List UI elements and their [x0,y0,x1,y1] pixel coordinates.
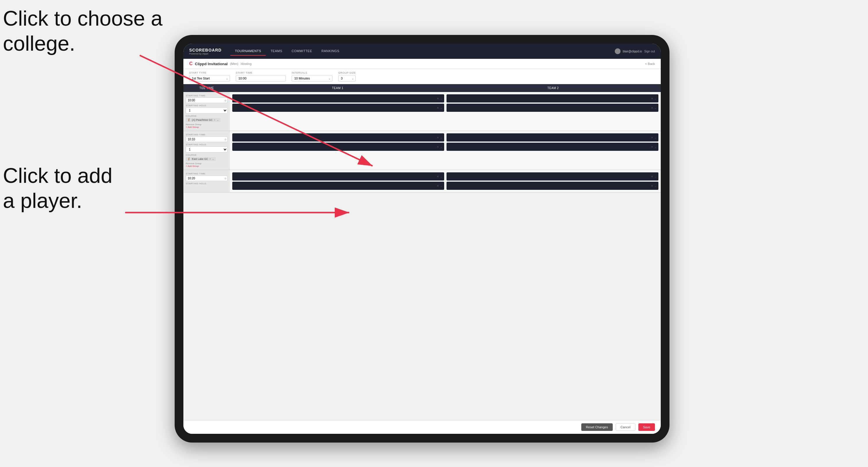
starting-time-field-3: STARTING TIME: ⊙ [186,173,228,181]
tab-teams[interactable]: TEAMS [266,47,287,56]
logo-sub: Powered by clippd [189,53,221,55]
th-team1: Team 1 [230,84,445,92]
user-email: blair@clippd.io [623,50,642,53]
main-content: STARTING TIME: ⊙ STARTING HOLE: 1 [183,92,661,420]
player-x-icon-5-1[interactable]: ✕ [437,175,439,178]
player-slot-2-1[interactable]: ✕ ⌄ [446,94,658,102]
starting-hole-label-3: STARTING HOLE: [186,182,228,185]
course-icon-1: 🏌 [187,119,191,121]
player-x-icon-4-1[interactable]: ✕ [651,136,653,139]
starting-hole-label-1: STARTING HOLE: [186,104,228,107]
starting-time-field-1: STARTING TIME: ⊙ [186,94,228,103]
annotation-top: Click to choose acollege. [3,6,162,56]
team2-players-2: ✕ ⌄ ✕ ⌄ [446,133,658,167]
course-remove-2[interactable]: × [209,157,211,160]
player-x-icon-4-2[interactable]: ✕ [651,145,653,149]
footer-bar: Reset Changes Cancel Save [183,420,661,434]
team2-players-1: ✕ ⌄ ✕ ⌄ [446,94,658,128]
back-button[interactable]: < Back [645,62,655,65]
start-type-select[interactable]: 1st Tee Start Shotgun Start [189,75,230,82]
nav-tabs: TOURNAMENTS TEAMS COMMITTEE RANKINGS [230,47,615,56]
player-down-icon-6-1[interactable]: ⌄ [654,175,657,178]
intervals-select[interactable]: 10 Minutes 8 Minutes 12 Minutes [292,75,333,82]
starting-time-input-1[interactable] [186,97,228,103]
course-tag-1[interactable]: 🏌 (A) Peachtree GC × ⌄ [186,118,221,122]
controls-row: Start Type 1st Tee Start Shotgun Start S… [183,69,661,84]
player-x-icon-5-2[interactable]: ✕ [437,184,439,187]
player-down-icon-6-2[interactable]: ⌄ [654,184,657,187]
player-slot-6-2[interactable]: ✕ ⌄ [446,182,658,190]
player-down-icon-4-2[interactable]: ⌄ [654,145,657,149]
user-avatar [615,48,621,54]
player-slot-5-2[interactable]: ✕ ⌄ [232,182,444,190]
player-slot-6-1[interactable]: ✕ ⌄ [446,173,658,181]
cancel-button[interactable]: Cancel [616,423,636,431]
course-tag-2[interactable]: 🏌 East Lake GC × ⌄ [186,157,216,161]
tab-rankings[interactable]: RANKINGS [317,47,344,56]
add-group-1[interactable]: + Add Group [186,126,228,128]
starting-time-input-3[interactable] [186,176,228,181]
clock-icon-2: ⊙ [224,138,226,141]
player-slot-1-2[interactable]: ✕ ⌄ [232,104,444,112]
player-slot-3-1[interactable]: ✕ ⌄ [232,133,444,142]
player-x-icon-1-2[interactable]: ✕ [437,106,439,110]
player-x-icon-3-2[interactable]: ✕ [437,145,439,149]
player-down-icon-2-1[interactable]: ⌄ [654,97,657,100]
group-players-3: ✕ ⌄ ✕ ⌄ ✕ ⌄ [230,170,661,192]
starting-hole-label-2: STARTING HOLE: [186,143,228,146]
player-x-icon-2-1[interactable]: ✕ [651,97,653,100]
player-down-icon-1-1[interactable]: ⌄ [440,97,442,100]
clock-icon-3: ⊙ [224,177,226,180]
remove-group-1[interactable]: Remove Group [186,123,228,126]
tournament-name: Clippd Invitational [195,62,228,66]
player-x-icon-6-2[interactable]: ✕ [651,184,653,187]
group-size-label: Group Size [338,71,356,74]
course-edit-2[interactable]: ⌄ [212,157,214,160]
player-down-icon-4-1[interactable]: ⌄ [654,136,657,139]
player-slot-4-1[interactable]: ✕ ⌄ [446,133,658,142]
add-group-2[interactable]: + Add Group [186,165,228,167]
course-field-2: COURSE: 🏌 East Lake GC × ⌄ [186,154,228,161]
starting-hole-select-1[interactable]: 1 [186,107,228,114]
sub-header: C Clippd Invitational (Men) Hosting < Ba… [183,59,661,69]
course-field-1: COURSE: 🏌 (A) Peachtree GC × ⌄ [186,115,228,122]
player-x-icon-3-1[interactable]: ✕ [437,136,439,139]
starting-time-input-2[interactable] [186,136,228,142]
course-icon-2: 🏌 [187,157,191,160]
player-x-icon-6-1[interactable]: ✕ [651,175,653,178]
starting-hole-field-2: STARTING HOLE: 1 [186,143,228,153]
sign-out-link[interactable]: Sign out [644,50,655,53]
player-down-icon-5-1[interactable]: ⌄ [440,175,442,178]
player-slot-3-2[interactable]: ✕ ⌄ [232,143,444,151]
player-down-icon-3-1[interactable]: ⌄ [440,136,442,139]
team1-players-1: ✕ ⌄ ✕ ⌄ [232,94,444,128]
remove-group-2[interactable]: Remove Group [186,162,228,165]
player-slot-4-2[interactable]: ✕ ⌄ [446,143,658,151]
player-slot-5-1[interactable]: ✕ ⌄ [232,173,444,181]
start-time-group: Start Time [236,71,286,82]
save-button[interactable]: Save [638,423,655,431]
player-x-icon-2-2[interactable]: ✕ [651,106,653,110]
player-down-icon-3-2[interactable]: ⌄ [440,145,442,149]
player-down-icon-5-2[interactable]: ⌄ [440,184,442,187]
player-down-icon-2-2[interactable]: ⌄ [654,106,657,110]
hole-select-wrapper-1: 1 [186,107,228,114]
team1-players-2: ✕ ⌄ ✕ ⌄ [232,133,444,167]
course-name-2: East Lake GC [192,157,208,160]
player-x-icon-1-1[interactable]: ✕ [437,97,439,100]
tab-committee[interactable]: COMMITTEE [287,47,317,56]
starting-hole-select-2[interactable]: 1 [186,147,228,153]
tab-tournaments[interactable]: TOURNAMENTS [230,47,266,56]
th-team2: Team 2 [445,84,661,92]
start-type-label: Start Type [189,71,230,74]
player-slot-1-1[interactable]: ✕ ⌄ [232,94,444,102]
start-time-input[interactable] [236,75,286,82]
start-type-group: Start Type 1st Tee Start Shotgun Start [189,71,230,82]
player-slot-2-2[interactable]: ✕ ⌄ [446,104,658,112]
course-remove-1[interactable]: × [214,119,215,121]
time-input-wrapper-1: ⊙ [186,97,228,103]
player-down-icon-1-2[interactable]: ⌄ [440,106,442,110]
reset-changes-button[interactable]: Reset Changes [581,423,613,431]
group-size-select[interactable]: 3 2 4 [338,75,356,82]
course-edit-1[interactable]: ⌄ [217,119,219,121]
